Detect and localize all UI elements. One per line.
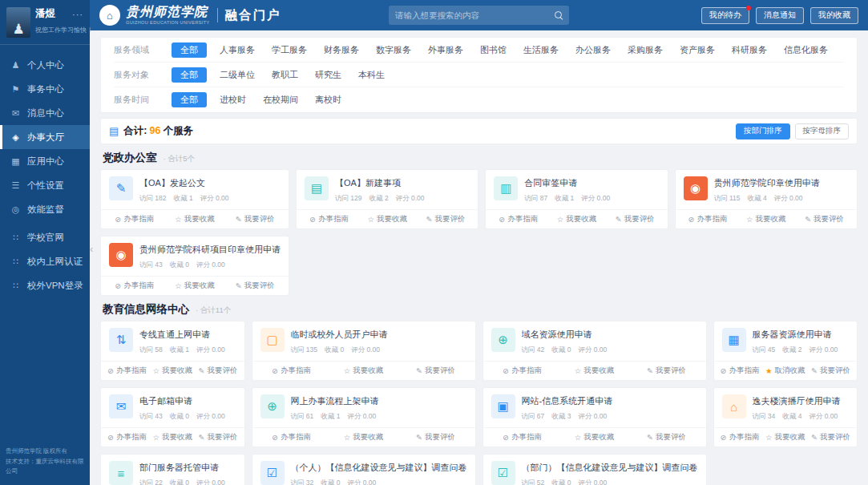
- sidebar-collapse-icon[interactable]: ‹: [90, 243, 93, 255]
- guide-action[interactable]: ⊘办事指南: [717, 366, 763, 376]
- filter-option[interactable]: 科研服务: [732, 42, 767, 58]
- service-card-link[interactable]: ▥合同审签申请访问 87收藏 1评分 0.00: [486, 170, 667, 209]
- service-card-link[interactable]: ⊕域名资源使用申请访问 42收藏 0评分 0.00: [483, 321, 706, 361]
- favorite-action[interactable]: ☆我要收藏: [737, 214, 795, 224]
- guide-action[interactable]: ⊘办事指南: [679, 214, 737, 224]
- favorite-action[interactable]: ☆我要收藏: [150, 432, 196, 443]
- filter-option[interactable]: 图书馆: [480, 42, 507, 58]
- filter-option[interactable]: 本科生: [358, 67, 385, 83]
- filter-option[interactable]: 离校时: [315, 92, 341, 107]
- guide-action[interactable]: ⊘办事指南: [104, 366, 150, 376]
- service-card-link[interactable]: ✉电子邮箱申请访问 43收藏 0评分 0.00: [101, 388, 244, 427]
- service-card-link[interactable]: ☑（部门）【信息化建设意见与建议】调查问卷访问 52收藏 0评分 0.00: [483, 455, 706, 485]
- user-more-icon[interactable]: ···: [72, 12, 83, 17]
- favorite-action[interactable]: ☆我要收藏: [559, 366, 631, 376]
- favorite-action[interactable]: ☆我要收藏: [150, 366, 196, 376]
- guide-action[interactable]: ⊘办事指南: [300, 214, 358, 224]
- rate-action[interactable]: ✎我要评价: [808, 366, 854, 376]
- service-card-link[interactable]: ▣网站-信息系统开通申请访问 67收藏 3评分 0.00: [483, 388, 706, 427]
- favorite-action[interactable]: ☆我要收藏: [762, 432, 808, 443]
- service-card-link[interactable]: ⌂逸夫楼演播厅使用申请访问 34收藏 4评分 0.00: [714, 388, 858, 427]
- guide-action[interactable]: ⊘办事指南: [486, 366, 559, 376]
- filter-option[interactable]: 全部: [172, 42, 207, 58]
- favorite-action[interactable]: ☆我要收藏: [328, 432, 400, 443]
- favorite-action[interactable]: ☆我要收藏: [328, 366, 400, 376]
- favorite-action[interactable]: ☆我要收藏: [559, 432, 631, 443]
- search-input[interactable]: [395, 10, 555, 20]
- sidebar-item-label: 应用中心: [27, 156, 64, 168]
- sidebar-item-vpn-login[interactable]: ∷校外VPN登录: [0, 273, 90, 297]
- guide-action[interactable]: ⊘办事指南: [104, 432, 150, 443]
- service-count: 96: [149, 125, 160, 136]
- sidebar-item-user-center[interactable]: ♟个人中心: [0, 53, 90, 77]
- guide-action[interactable]: ⊘办事指南: [104, 214, 164, 224]
- filter-option[interactable]: 办公服务: [575, 42, 611, 58]
- filter-option[interactable]: 外事服务: [428, 42, 463, 58]
- guide-action[interactable]: ⊘办事指南: [717, 432, 763, 443]
- service-card-link[interactable]: ◉贵州师范学院印章使用申请访问 115收藏 4评分 0.00: [676, 170, 857, 209]
- service-card-link[interactable]: ▢临时或校外人员开户申请访问 135收藏 0评分 0.00: [252, 321, 475, 361]
- guide-action[interactable]: ⊘办事指南: [489, 214, 547, 224]
- guide-action[interactable]: ⊘办事指南: [486, 432, 559, 443]
- search-icon[interactable]: [555, 11, 563, 19]
- service-card-link[interactable]: ▦服务器资源使用申请访问 45收藏 2评分 0.00: [714, 321, 858, 361]
- filter-option[interactable]: 全部: [172, 67, 207, 83]
- rate-action[interactable]: ✎我要评价: [196, 432, 241, 443]
- favorite-action[interactable]: ☆我要收藏: [164, 281, 224, 291]
- rate-action[interactable]: ✎我要评价: [225, 281, 285, 291]
- sidebar-item-app-center[interactable]: ▦应用中心: [0, 149, 90, 173]
- filter-option[interactable]: 教职工: [272, 67, 298, 83]
- filter-option[interactable]: 财务服务: [324, 42, 359, 58]
- service-card-link[interactable]: ⇅专线直通上网申请访问 58收藏 1评分 0.00: [101, 321, 244, 361]
- guide-action[interactable]: ⊘办事指南: [256, 366, 328, 376]
- filter-option[interactable]: 人事服务: [220, 42, 255, 58]
- sort-by-department-button[interactable]: 按部门排序: [736, 123, 790, 139]
- service-card-link[interactable]: ✎【OA】发起公文访问 182收藏 1评分 0.00: [101, 170, 289, 209]
- rate-action[interactable]: ✎我要评价: [400, 432, 472, 443]
- my-todo-button[interactable]: 我的待办: [701, 7, 749, 24]
- guide-action[interactable]: ⊘办事指南: [104, 281, 164, 291]
- filter-option[interactable]: 在校期间: [263, 92, 298, 107]
- avatar[interactable]: ♟: [6, 7, 30, 38]
- rate-action[interactable]: ✎我要评价: [400, 366, 472, 376]
- filter-option[interactable]: 生活服务: [523, 42, 559, 58]
- filter-option[interactable]: 数字服务: [376, 42, 411, 58]
- filter-option[interactable]: 信息化服务: [784, 42, 828, 58]
- rate-action[interactable]: ✎我要评价: [225, 214, 285, 224]
- sort-by-alphabet-button[interactable]: 按字母排序: [795, 123, 850, 139]
- service-card-link[interactable]: ▤【OA】新建事项访问 129收藏 2评分 0.00: [297, 170, 478, 209]
- service-card-link[interactable]: ⊕网上办事流程上架申请访问 61收藏 1评分 0.00: [252, 388, 475, 427]
- service-card-link[interactable]: ≡部门服务器托管申请访问 22收藏 0评分 0.00: [101, 455, 244, 485]
- sidebar-item-personal-settings[interactable]: ☰个性设置: [0, 173, 90, 197]
- sidebar-item-school-website[interactable]: ∷学校官网: [0, 225, 90, 249]
- filter-option[interactable]: 进校时: [220, 92, 246, 107]
- rate-action[interactable]: ✎我要评价: [606, 214, 664, 224]
- favorite-action[interactable]: ☆我要收藏: [164, 214, 224, 224]
- rate-action[interactable]: ✎我要评价: [631, 366, 703, 376]
- my-favorites-button[interactable]: 我的收藏: [810, 7, 858, 24]
- rate-action[interactable]: ✎我要评价: [417, 214, 475, 224]
- favorite-action[interactable]: ☆我要收藏: [547, 214, 606, 224]
- notifications-button[interactable]: 消息通知: [756, 7, 804, 24]
- sidebar-item-affairs-center[interactable]: ⚑事务中心: [0, 77, 90, 101]
- filter-option[interactable]: 二级单位: [220, 67, 255, 83]
- rate-action[interactable]: ✎我要评价: [808, 432, 854, 443]
- rate-action[interactable]: ✎我要评价: [631, 432, 703, 443]
- sidebar-item-message-center[interactable]: ✉消息中心: [0, 101, 90, 125]
- sidebar-item-service-hall[interactable]: ◈办事大厅: [0, 125, 90, 149]
- sidebar-item-efficiency-supervision[interactable]: ◎效能监督: [0, 197, 90, 221]
- service-card-link[interactable]: ◉贵州师范学院科研项目印章使用申请访问 43收藏 0评分 0.00: [101, 236, 289, 276]
- sidebar-item-campus-network-auth[interactable]: ∷校内上网认证: [0, 249, 90, 273]
- oa-new-item-icon: ▤: [305, 176, 329, 200]
- filter-option[interactable]: 全部: [172, 92, 207, 107]
- favorite-action[interactable]: ☆我要收藏: [358, 214, 417, 224]
- guide-action[interactable]: ⊘办事指南: [256, 432, 328, 443]
- filter-option[interactable]: 采购服务: [628, 42, 663, 58]
- filter-option[interactable]: 研究生: [315, 67, 341, 83]
- rate-action[interactable]: ✎我要评价: [795, 214, 854, 224]
- filter-option[interactable]: 学工服务: [272, 42, 307, 58]
- filter-option[interactable]: 资产服务: [680, 42, 715, 58]
- rate-action[interactable]: ✎我要评价: [196, 366, 241, 376]
- service-card-link[interactable]: ☑（个人）【信息化建设意见与建议】调查问卷访问 32收藏 0评分 0.00: [252, 455, 475, 485]
- unfavorite-action[interactable]: ★取消收藏: [762, 366, 808, 376]
